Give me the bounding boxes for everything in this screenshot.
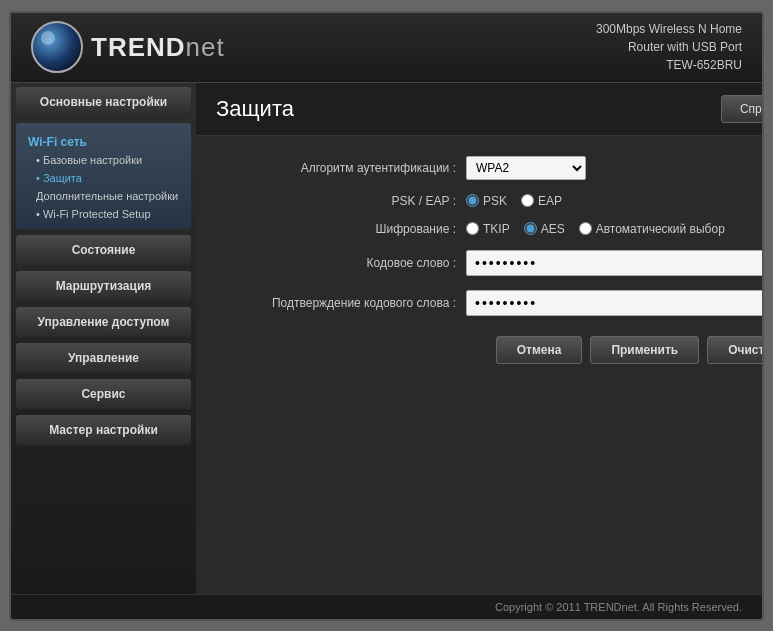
encryption-row: Шифрование : TKIP AES Автоматический [216, 222, 762, 236]
action-row: Отмена Применить Очистить [216, 336, 762, 364]
tkip-radio[interactable] [466, 222, 479, 235]
eap-radio-label[interactable]: EAP [521, 194, 562, 208]
confirm-input[interactable] [466, 290, 762, 316]
auth-algorithm-label: Алгоритм аутентификации : [216, 161, 466, 175]
confirm-label: Подтверждение кодового слова : [216, 296, 466, 310]
sidebar: Основные настройки Wi-Fi сеть • Базовые … [11, 83, 196, 594]
auth-algorithm-control: WPA2 WPA WEP [466, 156, 762, 180]
wifi-section: Wi-Fi сеть • Базовые настройки • Защита … [16, 123, 191, 229]
auto-radio-label[interactable]: Автоматический выбор [579, 222, 725, 236]
confirm-control [466, 290, 762, 316]
apply-button[interactable]: Применить [590, 336, 699, 364]
sidebar-link-advanced[interactable]: Дополнительные настройки [16, 187, 191, 205]
footer: Copyright © 2011 TRENDnet. All Rights Re… [11, 594, 762, 619]
psk-radio[interactable] [466, 194, 479, 207]
content-header: Защита Справка [196, 83, 762, 136]
psk-label: PSK [483, 194, 507, 208]
sidebar-link-security[interactable]: • Защита [16, 169, 191, 187]
tkip-radio-label[interactable]: TKIP [466, 222, 510, 236]
passphrase-control [466, 250, 762, 276]
sidebar-btn-service[interactable]: Сервис [16, 379, 191, 409]
auto-radio[interactable] [579, 222, 592, 235]
eap-label: EAP [538, 194, 562, 208]
sidebar-btn-main-settings[interactable]: Основные настройки [16, 87, 191, 117]
aes-radio[interactable] [524, 222, 537, 235]
psk-radio-label[interactable]: PSK [466, 194, 507, 208]
tkip-label: TKIP [483, 222, 510, 236]
logo-text: TRENDnet [91, 32, 225, 63]
encryption-control: TKIP AES Автоматический выбор [466, 222, 762, 236]
sidebar-link-basic[interactable]: • Базовые настройки [16, 151, 191, 169]
passphrase-label: Кодовое слово : [216, 256, 466, 270]
help-button[interactable]: Справка [721, 95, 762, 123]
auth-algorithm-select[interactable]: WPA2 WPA WEP [466, 156, 586, 180]
clear-button[interactable]: Очистить [707, 336, 762, 364]
sidebar-btn-status[interactable]: Состояние [16, 235, 191, 265]
cancel-button[interactable]: Отмена [496, 336, 583, 364]
product-line1: 300Mbps Wireless N Home [596, 20, 742, 38]
page-title: Защита [216, 96, 294, 122]
logo-net: net [186, 32, 225, 62]
auto-label: Автоматический выбор [596, 222, 725, 236]
psk-eap-control: PSK EAP [466, 194, 762, 208]
encryption-label: Шифрование : [216, 222, 466, 236]
logo-trend: TREND [91, 32, 186, 62]
eap-radio[interactable] [521, 194, 534, 207]
passphrase-input[interactable] [466, 250, 762, 276]
sidebar-btn-wizard[interactable]: Мастер настройки [16, 415, 191, 445]
main-area: Основные настройки Wi-Fi сеть • Базовые … [11, 83, 762, 594]
psk-eap-row: PSK / EAP : PSK EAP [216, 194, 762, 208]
auth-algorithm-row: Алгоритм аутентификации : WPA2 WPA WEP [216, 156, 762, 180]
content-body: Алгоритм аутентификации : WPA2 WPA WEP P… [196, 136, 762, 594]
confirm-row: Подтверждение кодового слова : [216, 290, 762, 316]
sidebar-wifi-label: Wi-Fi сеть [16, 129, 191, 151]
logo-area: TRENDnet [31, 21, 225, 73]
content: Защита Справка Алгоритм аутентификации :… [196, 83, 762, 594]
aes-radio-label[interactable]: AES [524, 222, 565, 236]
product-info: 300Mbps Wireless N Home Router with USB … [596, 20, 742, 74]
product-line2: Router with USB Port [596, 38, 742, 56]
sidebar-btn-management[interactable]: Управление [16, 343, 191, 373]
psk-eap-label: PSK / EAP : [216, 194, 466, 208]
aes-label: AES [541, 222, 565, 236]
passphrase-row: Кодовое слово : [216, 250, 762, 276]
copyright-text: Copyright © 2011 TRENDnet. All Rights Re… [495, 601, 742, 613]
sidebar-link-wps[interactable]: • Wi-Fi Protected Setup [16, 205, 191, 223]
logo-globe-icon [31, 21, 83, 73]
header: TRENDnet 300Mbps Wireless N Home Router … [11, 13, 762, 83]
sidebar-btn-routing[interactable]: Маршрутизация [16, 271, 191, 301]
product-line3: TEW-652BRU [596, 56, 742, 74]
sidebar-btn-access[interactable]: Управление доступом [16, 307, 191, 337]
